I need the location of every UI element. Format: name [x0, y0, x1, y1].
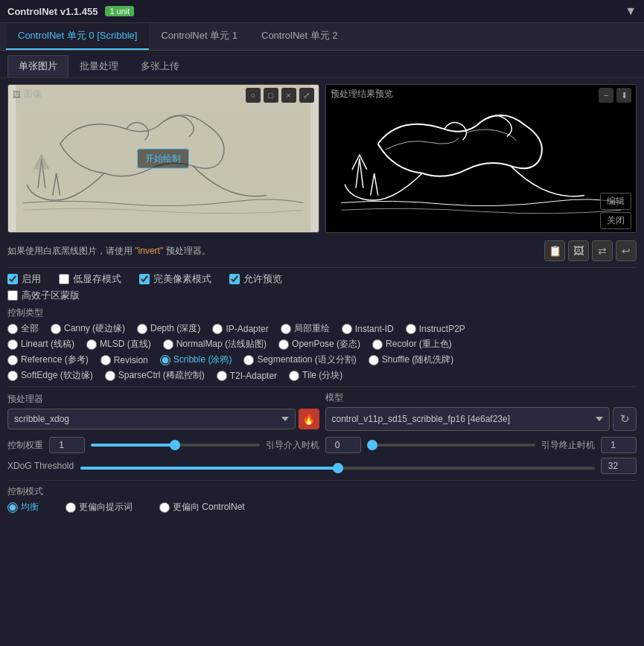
- radio-instructp2p[interactable]: InstructP2P: [406, 322, 465, 335]
- control-type-label: 控制类型: [7, 307, 637, 319]
- radio-instructp2p-label: InstructP2P: [419, 324, 465, 334]
- radio-softedge[interactable]: SoftEdge (软边缘): [7, 369, 93, 382]
- control-type-grid-4: SoftEdge (软边缘) SparseCtrl (稀疏控制) T2I-Ada…: [7, 369, 637, 382]
- swap-icon-button[interactable]: ⇄: [592, 240, 613, 261]
- guidance-end-label: 引导终止时机: [541, 439, 595, 452]
- radio-inpaint[interactable]: 局部重绘: [281, 322, 330, 335]
- radio-mlsd[interactable]: MLSD (直线): [86, 338, 151, 351]
- model-refresh-button[interactable]: ↻: [613, 407, 637, 431]
- checkbox-row-1: 启用 低显存模式 完美像素模式 允许预览: [7, 272, 637, 286]
- panel-btn-reset[interactable]: ○: [246, 88, 261, 103]
- right-panel-bottom-btns: 编辑 关闭: [600, 193, 631, 229]
- radio-softedge-label: SoftEdge (软边缘): [21, 369, 93, 382]
- divider-3: [7, 480, 637, 481]
- slider-row-main: 控制权重 引导介入时机 引导终止时机: [7, 437, 637, 453]
- allow-preview-label: 允许预览: [243, 272, 282, 286]
- radio-t2i-label: T2I-Adapter: [230, 371, 277, 381]
- control-weight-label: 控制权重: [7, 439, 43, 452]
- sketch-canvas[interactable]: 开始绘制: [8, 85, 319, 232]
- radio-recolor[interactable]: Recolor (重上色): [372, 338, 452, 351]
- preprocessor-run-button[interactable]: 🔥: [299, 409, 319, 429]
- xdog-label: XDoG Threshold: [7, 461, 74, 471]
- radio-tile[interactable]: Tile (分块): [289, 369, 342, 382]
- radio-mlsd-label: MLSD (直线): [100, 338, 151, 351]
- radio-canny[interactable]: Canny (硬边缘): [51, 322, 125, 335]
- image-icon-button[interactable]: 🖼: [568, 240, 589, 261]
- control-mode-section-label: 控制模式: [7, 485, 637, 498]
- panel-btn-close[interactable]: ×: [281, 88, 296, 103]
- control-weight-slider[interactable]: [91, 444, 260, 447]
- radio-shuffle[interactable]: Shuffle (随机洗牌): [369, 354, 453, 366]
- radio-lineart[interactable]: Lineart (线稿): [7, 338, 74, 351]
- mode-balanced-label: 均衡: [21, 501, 39, 514]
- mode-prompt[interactable]: 更偏向提示词: [66, 501, 133, 514]
- reset-icon-button[interactable]: ↩: [616, 240, 637, 261]
- radio-instant-id[interactable]: Instant-ID: [342, 322, 394, 335]
- radio-normalmap[interactable]: NormalMap (法线贴图): [163, 338, 267, 351]
- radio-recolor-label: Recolor (重上色): [386, 338, 452, 351]
- close-button[interactable]: 关闭: [600, 212, 631, 229]
- control-weight-input[interactable]: [49, 437, 85, 453]
- panel-btn-fullscreen[interactable]: □: [264, 88, 278, 103]
- right-image-panel[interactable]: 预处理结果预览 − ⬇: [325, 84, 637, 233]
- radio-reference[interactable]: Reference (参考): [7, 354, 89, 366]
- perfect-pixel-label: 完美像素模式: [153, 272, 211, 286]
- mode-balanced[interactable]: 均衡: [7, 501, 39, 514]
- checkbox-efficient-submask[interactable]: 高效子区蒙版: [7, 289, 80, 302]
- radio-revision[interactable]: Revision: [101, 354, 148, 366]
- checkbox-perfect-pixel[interactable]: 完美像素模式: [139, 272, 211, 286]
- model-dropdown[interactable]: control_v11p_sd15_scribble_fp16 [4e6af23…: [325, 407, 610, 431]
- xdog-slider[interactable]: [80, 467, 595, 470]
- xdog-value-input[interactable]: [601, 458, 637, 474]
- sub-tab-multi[interactable]: 多张上传: [130, 55, 191, 77]
- radio-sparsectrl[interactable]: SparseCtrl (稀疏控制): [105, 369, 205, 382]
- guidance-start-input[interactable]: [325, 437, 361, 453]
- model-wrap: control_v11p_sd15_scribble_fp16 [4e6af23…: [325, 407, 637, 431]
- tab-unit-2[interactable]: ControlNet 单元 2: [249, 23, 350, 50]
- radio-t2i[interactable]: T2I-Adapter: [217, 369, 277, 382]
- start-drawing-button[interactable]: 开始绘制: [137, 149, 189, 169]
- edit-button[interactable]: 编辑: [600, 193, 631, 210]
- radio-openpose[interactable]: OpenPose (姿态): [278, 338, 360, 351]
- radio-scribble[interactable]: Scribble (涂鸦): [160, 354, 232, 366]
- sub-tab-single[interactable]: 单张图片: [7, 55, 68, 77]
- radio-shuffle-label: Shuffle (随机洗牌): [382, 354, 453, 366]
- right-panel-btn-minus[interactable]: −: [599, 88, 613, 103]
- dropdown-row: 预处理器 scribble_xdog 🔥 模型 control_v11p_sd1…: [7, 391, 637, 431]
- preprocessor-wrap: scribble_xdog 🔥: [7, 409, 319, 429]
- radio-all[interactable]: 全部: [7, 322, 39, 335]
- collapse-arrow-icon[interactable]: ▼: [625, 4, 637, 18]
- tab-unit-1[interactable]: ControlNet 单元 1: [149, 23, 249, 50]
- tab-unit-0[interactable]: ControlNet 单元 0 [Scribble]: [6, 23, 149, 50]
- right-panel-btn-download[interactable]: ⬇: [616, 88, 631, 103]
- left-panel-label: 图像: [24, 88, 42, 100]
- panel-btn-expand[interactable]: ⤢: [299, 88, 314, 103]
- efficient-submask-label: 高效子区蒙版: [22, 289, 80, 302]
- radio-tile-label: Tile (分块): [302, 369, 342, 382]
- guidance-end-input[interactable]: [601, 437, 637, 453]
- control-type-grid: 全部 Canny (硬边缘) Depth (深度) IP-Adapter 局部重…: [7, 322, 637, 335]
- radio-ip-adapter[interactable]: IP-Adapter: [212, 322, 268, 335]
- xdog-slider-wrap: [80, 461, 595, 472]
- info-text: 如果使用白底黑线图片，请使用 "invert" 预处理器。: [7, 245, 211, 258]
- checkbox-low-vram[interactable]: 低显存模式: [59, 272, 121, 286]
- control-weight-slider-wrap: [91, 438, 260, 452]
- icon-group: 📋 🖼 ⇄ ↩: [544, 240, 637, 261]
- preprocessor-dropdown[interactable]: scribble_xdog: [7, 409, 296, 429]
- checkbox-enable[interactable]: 启用: [7, 272, 41, 286]
- radio-segmentation[interactable]: Segmentation (语义分割): [243, 354, 356, 366]
- mode-controlnet[interactable]: 更偏向 ControlNet: [159, 501, 245, 514]
- left-image-panel[interactable]: 🖼 图像 ○ □ × ⤢: [7, 84, 319, 233]
- paste-icon-button[interactable]: 📋: [544, 240, 565, 261]
- radio-sparsectrl-label: SparseCtrl (稀疏控制): [118, 369, 205, 382]
- radio-segmentation-label: Segmentation (语义分割): [257, 354, 356, 366]
- radio-depth[interactable]: Depth (深度): [137, 322, 200, 335]
- guidance-start-label: 引导介入时机: [266, 439, 319, 452]
- guidance-start-slider[interactable]: [367, 444, 536, 447]
- sub-tab-batch[interactable]: 批量处理: [68, 55, 130, 77]
- checkbox-allow-preview[interactable]: 允许预览: [229, 272, 282, 286]
- guidance-start-slider-wrap: [367, 438, 536, 452]
- radio-all-label: 全部: [21, 322, 39, 335]
- main-content: 🖼 图像 ○ □ × ⤢: [0, 78, 644, 522]
- left-panel-controls: ○ □ × ⤢: [246, 88, 314, 103]
